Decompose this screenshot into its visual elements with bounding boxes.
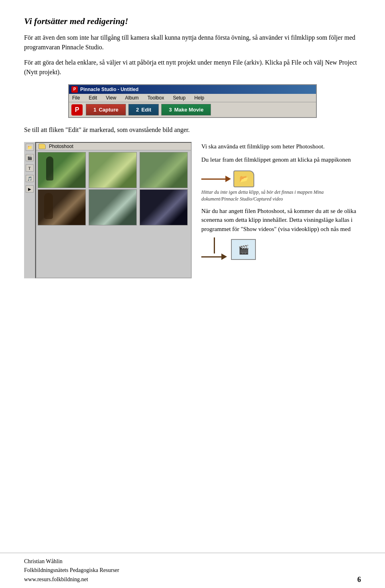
- sidebar-icon-5[interactable]: ▶: [26, 185, 34, 193]
- media-thumb-3[interactable]: [140, 152, 188, 188]
- video-icon-symbol: 🎬: [238, 243, 249, 256]
- arrow-h-head: [221, 253, 227, 260]
- photoshoot-panel: 📁 🎬 T 🎵 ▶ Photoshoot: [24, 142, 192, 278]
- pinnacle-menubar: File Edit View Album Toolbox Setup Help: [69, 94, 316, 102]
- menu-view[interactable]: View: [104, 95, 118, 101]
- arrow-vertical: [214, 237, 215, 253]
- arrow-line-h: [201, 178, 225, 180]
- bent-arrow: [201, 176, 231, 182]
- capture-label: Capture: [99, 107, 118, 113]
- media-panel-name: Photoshoot: [49, 144, 73, 149]
- sidebar-icon-1[interactable]: 📁: [26, 144, 34, 151]
- movie-num: 3: [169, 107, 172, 113]
- arrow-horizontal: [201, 176, 231, 182]
- folder-icon: [38, 144, 46, 149]
- edit-button[interactable]: 2 Edit: [128, 104, 159, 116]
- makemovie-button[interactable]: 3 Make Movie: [161, 104, 211, 116]
- arrow-right-indicator: 📂: [201, 170, 254, 187]
- media-thumb-5[interactable]: [89, 189, 137, 225]
- pinnacle-title: Pinnacle Studio - Untitled: [80, 87, 138, 92]
- pinnacle-titlebar: P Pinnacle Studio - Untitled: [69, 85, 316, 94]
- paragraph-1: För att även den som inte har tillgång t…: [24, 33, 361, 52]
- pinnacle-window: P Pinnacle Studio - Untitled File Edit V…: [68, 84, 317, 118]
- folder-icon-large[interactable]: 📂: [233, 170, 254, 187]
- edit-num: 2: [136, 107, 139, 113]
- media-section: 📁 🎬 T 🎵 ▶ Photoshoot: [24, 142, 361, 278]
- footer-website: www.resurs.folkbildning.net: [24, 575, 119, 584]
- media-thumb-6[interactable]: [140, 189, 188, 225]
- page-title: Vi fortsätter med redigering!: [24, 16, 361, 26]
- capture-button[interactable]: 1 Capture: [86, 104, 126, 116]
- side-description: Vi ska använda ett filmklipp som heter P…: [201, 142, 361, 260]
- annotation-folder: 📂: [201, 168, 361, 187]
- menu-file[interactable]: File: [71, 95, 81, 101]
- pinnacle-toolbar: P 1 Capture 2 Edit 3 Make Movie: [69, 102, 316, 117]
- movie-label: Make Movie: [174, 107, 203, 113]
- pinnacle-icon: P: [71, 86, 78, 93]
- menu-album[interactable]: Album: [124, 95, 140, 101]
- down-right-arrow: [201, 237, 227, 260]
- footer-left: Christian Wåhlin Folkbildningsnätets Ped…: [24, 557, 119, 584]
- media-thumb-2[interactable]: [89, 152, 137, 188]
- arrow-h-part: [201, 253, 227, 260]
- arrow-h-line: [201, 256, 221, 258]
- menu-setup[interactable]: Setup: [171, 95, 187, 101]
- media-thumb-1[interactable]: [38, 152, 86, 188]
- sidebar-icon-2[interactable]: 🎬: [26, 154, 34, 161]
- sidebar-icon-4[interactable]: 🎵: [26, 175, 34, 182]
- menu-edit[interactable]: Edit: [87, 95, 99, 101]
- annotation-video: 🎬: [201, 237, 361, 260]
- media-panel: Photoshoot: [35, 142, 192, 278]
- media-thumb-4[interactable]: [38, 189, 86, 225]
- small-note: Hittar du inte igen detta klipp, så bör …: [201, 189, 361, 203]
- footer-author: Christian Wåhlin: [24, 557, 119, 566]
- video-icon-large[interactable]: 🎬: [231, 239, 256, 260]
- capture-num: 1: [93, 107, 96, 113]
- paragraph-6: När du har angett filen Photoshoot, så k…: [201, 207, 361, 234]
- paragraph-4: Vi ska använda ett filmklipp som heter P…: [201, 142, 361, 151]
- menu-help[interactable]: Help: [193, 95, 206, 101]
- paragraph-3: Se till att fliken "Edit" är markerad, s…: [24, 125, 361, 135]
- paragraph-5: Du letar fram det filmklippet genom att …: [201, 155, 361, 164]
- menu-toolbox[interactable]: Toolbox: [146, 95, 166, 101]
- footer-org: Folkbildningsnätets Pedagogiska Resurser: [24, 566, 119, 575]
- pinnacle-toolbar-icon: P: [71, 104, 83, 116]
- paragraph-2: För att göra det hela enklare, så väljer…: [24, 58, 361, 77]
- sidebar-icon-3[interactable]: T: [26, 164, 34, 172]
- media-panel-title: Photoshoot: [36, 143, 191, 150]
- arrow-head: [225, 176, 231, 182]
- folder-icon-decoration: 📂: [239, 174, 248, 185]
- edit-label: Edit: [142, 107, 152, 113]
- media-grid: [36, 150, 191, 227]
- footer-page-number: 6: [357, 576, 361, 584]
- page-footer: Christian Wåhlin Folkbildningsnätets Ped…: [0, 553, 385, 588]
